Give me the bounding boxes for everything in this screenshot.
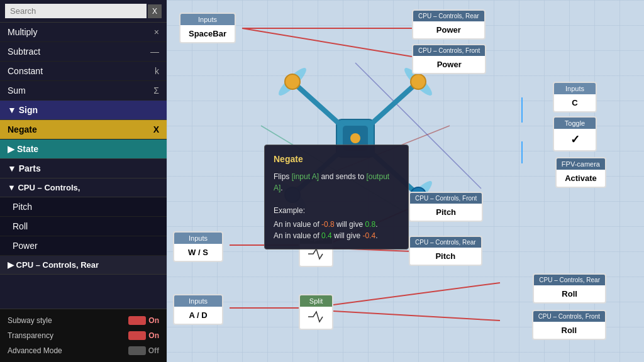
node-fpv-body: Activate	[557, 170, 605, 187]
state-header-label: ▶ State	[8, 144, 38, 154]
node-cpu-front-roll-body: Roll	[533, 322, 605, 339]
advanced-mode-toggle-btn[interactable]	[128, 346, 146, 355]
transparency-state: On	[148, 331, 159, 340]
node-cpu-rear-power-header: CPU – Controls, Rear	[413, 11, 484, 21]
sidebar-item-pitch[interactable]: Pitch	[0, 197, 167, 217]
tooltip-example-label: Example:	[274, 205, 399, 216]
node-cpu-front-pitch-body: Pitch	[410, 204, 482, 221]
tooltip-val-neg08: -0.8	[321, 220, 335, 229]
node-cpu-front-power[interactable]: CPU – Controls, Front Power	[412, 44, 486, 74]
tooltip-example1: An in value of -0.8 will give 0.8.	[274, 219, 399, 230]
transparency-option[interactable]: Transparency On	[0, 328, 167, 343]
node-cpu-rear-pitch[interactable]: CPU – Controls, Rear Pitch	[409, 236, 482, 266]
tooltip-input-a: [input A]	[292, 172, 319, 181]
node-cpu-front-power-body: Power	[413, 56, 485, 73]
subway-style-toggle-btn[interactable]	[128, 316, 146, 325]
negate-label: Negate	[8, 124, 37, 134]
node-split-2[interactable]: Split	[299, 294, 333, 330]
subtract-label: Subtract	[8, 47, 40, 57]
svg-point-22	[285, 74, 300, 89]
node-inputs-ws[interactable]: Inputs W / S	[173, 231, 223, 262]
sign-header-label: ▼ Sign	[8, 105, 38, 115]
sidebar-item-power[interactable]: Power	[0, 236, 167, 256]
sidebar-item-multiply[interactable]: Multiply ×	[0, 23, 167, 42]
node-cpu-rear-roll-body: Roll	[534, 285, 605, 302]
node-inputs-ad-body: A / D	[174, 307, 222, 324]
svg-point-27	[350, 133, 360, 143]
transparency-label: Transparency	[8, 331, 53, 340]
tooltip-desc: Flips [input A] and sends to [output A].	[274, 171, 399, 194]
node-inputs-c-header: Inputs	[554, 83, 596, 94]
negate-tooltip: Negate Flips [input A] and sends to [out…	[264, 145, 409, 250]
node-toggle-header: Toggle	[554, 118, 596, 129]
canvas-area[interactable]: Inputs SpaceBar CPU – Controls, Rear Pow…	[167, 0, 644, 362]
multiply-icon: ×	[154, 27, 159, 37]
tooltip-val-pos08: 0.8	[365, 220, 375, 229]
advanced-mode-label: Advanced Mode	[8, 346, 62, 355]
node-inputs-ws-header: Inputs	[174, 233, 222, 244]
tooltip-val-neg04: -0.4	[362, 231, 375, 240]
svg-point-23	[411, 74, 426, 89]
cpu-front-section-header[interactable]: ▼ CPU – Controls,	[0, 178, 167, 197]
sidebar-bottom: Subway style On Transparency On Advanced…	[0, 309, 167, 362]
advanced-mode-toggle[interactable]: Off	[128, 346, 159, 355]
subway-style-option[interactable]: Subway style On	[0, 313, 167, 328]
node-inputs-ad[interactable]: Inputs A / D	[173, 294, 223, 325]
sign-section-header[interactable]: ▼ Sign	[0, 101, 167, 120]
subway-style-toggle[interactable]: On	[128, 316, 159, 325]
transparency-toggle-btn[interactable]	[128, 331, 146, 340]
sidebar-item-negate[interactable]: Negate X	[0, 120, 167, 140]
tooltip-title: Negate	[274, 153, 399, 166]
node-inputs-spacebar-body: SpaceBar	[180, 25, 235, 42]
node-cpu-rear-pitch-header: CPU – Controls, Rear	[410, 237, 481, 248]
power-label: Power	[13, 241, 38, 251]
tooltip-example2: An in value of 0.4 will give -0.4.	[274, 230, 399, 241]
parts-header-label: ▼ Parts	[8, 163, 41, 173]
node-split-2-body	[300, 307, 332, 329]
node-fpv-header: FPV-camera	[557, 158, 605, 170]
parts-section-header[interactable]: ▼ Parts	[0, 159, 167, 178]
constant-icon: k	[155, 66, 159, 76]
node-cpu-rear-pitch-body: Pitch	[410, 248, 481, 265]
node-cpu-rear-roll[interactable]: CPU – Controls, Rear Roll	[533, 273, 606, 304]
node-inputs-c-body: C	[554, 94, 596, 111]
node-cpu-rear-roll-header: CPU – Controls, Rear	[534, 275, 605, 285]
tooltip-val-pos04: 0.4	[321, 231, 332, 240]
node-cpu-front-pitch[interactable]: CPU – Controls, Front Pitch	[409, 192, 483, 222]
sidebar: X Multiply × Subtract — Constant k Sum Σ…	[0, 0, 167, 362]
negate-close-icon: X	[153, 124, 159, 134]
node-inputs-c[interactable]: Inputs C	[553, 82, 597, 112]
search-clear-button[interactable]: X	[148, 4, 162, 18]
node-inputs-spacebar[interactable]: Inputs SpaceBar	[179, 13, 236, 43]
constant-label: Constant	[8, 66, 43, 76]
search-input[interactable]	[5, 4, 147, 18]
state-section-header[interactable]: ▶ State	[0, 140, 167, 159]
svg-line-6	[333, 283, 500, 305]
sum-label: Sum	[8, 85, 26, 96]
node-cpu-rear-power[interactable]: CPU – Controls, Rear Power	[412, 9, 486, 40]
multiply-label: Multiply	[8, 27, 37, 37]
search-bar: X	[0, 0, 167, 23]
node-cpu-front-roll-header: CPU – Controls, Front	[533, 311, 605, 322]
advanced-mode-option[interactable]: Advanced Mode Off	[0, 343, 167, 358]
sidebar-item-constant[interactable]: Constant k	[0, 62, 167, 81]
node-split-2-header: Split	[300, 295, 332, 307]
node-inputs-spacebar-header: Inputs	[180, 14, 235, 25]
subway-style-label: Subway style	[8, 316, 52, 325]
node-cpu-rear-power-body: Power	[413, 21, 484, 38]
sum-icon: Σ	[153, 85, 159, 96]
roll-label: Roll	[13, 221, 28, 231]
cpu-rear-section-header[interactable]: ▶ CPU – Controls, Rear	[0, 256, 167, 275]
node-fpv-camera[interactable]: FPV-camera Activate	[555, 157, 606, 188]
node-cpu-front-roll[interactable]: CPU – Controls, Front Roll	[532, 310, 606, 340]
node-toggle[interactable]: Toggle ✓	[553, 116, 597, 151]
node-inputs-ws-body: W / S	[174, 244, 222, 261]
sidebar-item-subtract[interactable]: Subtract —	[0, 42, 167, 62]
cpu-rear-label: ▶ CPU – Controls, Rear	[8, 260, 99, 270]
node-cpu-front-pitch-header: CPU – Controls, Front	[410, 193, 482, 204]
cpu-front-label: ▼ CPU – Controls,	[8, 183, 80, 192]
sidebar-item-roll[interactable]: Roll	[0, 217, 167, 236]
node-inputs-ad-header: Inputs	[174, 295, 222, 307]
sidebar-item-sum[interactable]: Sum Σ	[0, 81, 167, 101]
transparency-toggle[interactable]: On	[128, 331, 159, 340]
